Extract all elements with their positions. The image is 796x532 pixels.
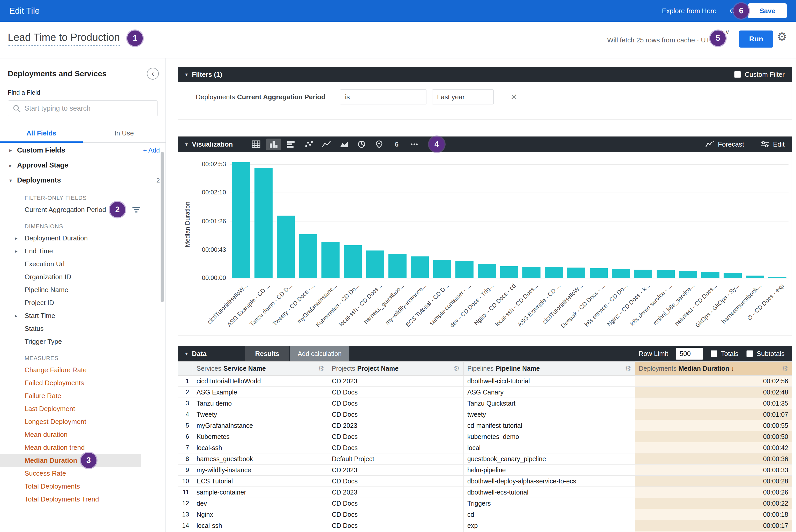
project-name-cell[interactable]: CD 2023 (328, 420, 464, 431)
sidebar-field-organization-id[interactable]: Organization ID (0, 270, 166, 283)
filters-header[interactable]: Filters (1) (192, 71, 222, 79)
sidebar-field-project-id[interactable]: Project ID (0, 296, 166, 309)
chart-bar[interactable] (701, 272, 719, 278)
median-duration-cell[interactable]: 00:00:18 (635, 509, 792, 520)
chevron-right-icon[interactable]: ▸ (9, 162, 17, 169)
field-search-box[interactable] (8, 100, 158, 116)
sidebar-group-deployments[interactable]: ▾Deployments2 (0, 173, 166, 188)
collapse-sidebar-icon[interactable]: ‹ (147, 68, 159, 80)
median-duration-cell[interactable]: 00:00:55 (635, 420, 792, 431)
sidebar-group-approval-stage[interactable]: ▸Approval Stage (0, 158, 166, 173)
tab-results[interactable]: Results (245, 346, 289, 361)
pipeline-name-cell[interactable]: kubernetes_demo (464, 431, 635, 442)
project-name-cell[interactable]: CD Docs (328, 387, 464, 398)
median-duration-cell[interactable]: 00:00:36 (635, 453, 792, 464)
pie-chart-icon[interactable] (354, 138, 369, 150)
save-button[interactable]: Save (748, 3, 787, 18)
single-value-icon[interactable]: 6 (389, 138, 404, 150)
pipeline-name-cell[interactable]: Triggers (464, 498, 635, 509)
chart-bar[interactable] (746, 276, 764, 278)
pipeline-name-cell[interactable]: cd-manifest-tutorial (464, 420, 635, 431)
chevron-down-icon[interactable]: ▾ (185, 71, 188, 78)
service-name-cell[interactable]: Nginx (193, 509, 328, 520)
project-name-cell[interactable]: CD 2023 (328, 464, 464, 476)
median-duration-cell[interactable]: 00:00:50 (635, 431, 792, 442)
sidebar-field-mean-duration-trend[interactable]: Mean duration trend (0, 441, 166, 454)
sidebar-field-last-deployment[interactable]: Last Deployment (0, 402, 166, 415)
chevron-right-icon[interactable]: ▸ (15, 313, 18, 319)
sidebar-field-trigger-type[interactable]: Trigger Type (0, 335, 166, 348)
pipeline-name-cell[interactable]: ASG Rolling (464, 531, 635, 532)
filter-value-input[interactable]: Last year (432, 90, 494, 104)
map-pin-icon[interactable] (372, 138, 387, 150)
chart-bar[interactable] (344, 245, 362, 278)
chart-bar[interactable] (500, 266, 518, 278)
chart-bar[interactable] (478, 264, 496, 278)
gear-icon[interactable]: ⚙ (777, 30, 787, 43)
median-duration-cell[interactable]: 00:00:28 (635, 476, 792, 487)
pipeline-name-cell[interactable]: exp (464, 520, 635, 531)
chart-bar[interactable] (634, 270, 652, 278)
chart-bar[interactable] (456, 261, 474, 278)
chart-bar[interactable] (277, 215, 295, 278)
project-name-cell[interactable]: CD Docs (328, 398, 464, 409)
totals-toggle[interactable]: Totals (711, 350, 739, 358)
service-name-cell[interactable]: ECS Tutorial (193, 476, 328, 487)
chart-bar[interactable] (388, 254, 407, 278)
pipeline-name-cell[interactable]: guestbook_canary_pipeline (464, 453, 635, 464)
chevron-down-icon[interactable]: ▾ (185, 141, 188, 147)
project-name-cell[interactable]: CD Docs (328, 520, 464, 531)
custom-filter-toggle[interactable]: Custom Filter (734, 71, 784, 79)
project-name-cell[interactable]: CD Docs (328, 442, 464, 453)
column-gear-icon[interactable]: ⚙ (453, 364, 460, 373)
chart-bar[interactable] (411, 256, 429, 278)
project-name-cell[interactable]: CD 2023 (328, 487, 464, 498)
chart-bar[interactable] (321, 242, 339, 278)
service-name-cell[interactable]: myGrafanaInstance (193, 420, 328, 431)
chevron-down-icon[interactable]: ▾ (185, 350, 188, 357)
column-gear-icon[interactable]: ⚙ (625, 364, 631, 373)
service-name-cell[interactable]: Tweety (193, 409, 328, 420)
service-name-cell[interactable]: local-ssh (193, 520, 328, 531)
column-header-pipeline-name[interactable]: PipelinesPipeline Name⚙ (464, 362, 635, 376)
chart-bar[interactable] (612, 269, 630, 278)
sidebar-field-change-failure-rate[interactable]: Change Failure Rate (0, 363, 166, 376)
column-header-project-name[interactable]: ProjectsProject Name⚙ (328, 362, 464, 376)
service-name-cell[interactable]: my-wildfly-instance (193, 464, 328, 476)
sidebar-field-pipeline-name[interactable]: Pipeline Name (0, 283, 166, 296)
line-chart-icon[interactable] (319, 138, 334, 150)
add-calculation-button[interactable]: Add calculation (290, 346, 349, 361)
service-name-cell[interactable]: dev (193, 498, 328, 509)
tab-in-use[interactable]: In Use (83, 124, 166, 142)
chart-bar[interactable] (724, 273, 742, 278)
service-name-cell[interactable]: harness_guestbook (193, 453, 328, 464)
sidebar-field-execution-url[interactable]: Execution Url (0, 258, 166, 270)
project-name-cell[interactable]: CD Docs (328, 498, 464, 509)
filter-operator-select[interactable]: is (340, 90, 426, 104)
sidebar-field-current-aggregation-period[interactable]: Current Aggregation Period2 (0, 203, 166, 216)
pipeline-name-cell[interactable]: ASG Canary (464, 387, 635, 398)
chart-bar[interactable] (679, 271, 697, 278)
scatter-icon[interactable] (301, 138, 316, 150)
project-name-cell[interactable]: CD Docs (328, 431, 464, 442)
project-name-cell[interactable]: CD Docs (328, 531, 464, 532)
column-chart-icon[interactable] (266, 138, 281, 150)
chart-bar[interactable] (567, 268, 585, 278)
median-duration-cell[interactable]: 00:00:33 (635, 464, 792, 476)
sidebar-group-custom-fields[interactable]: ▸Custom Fields+ Add (0, 143, 166, 158)
median-duration-cell[interactable]: 00:00:17 (635, 531, 792, 532)
sidebar-field-success-rate[interactable]: Success Rate (0, 467, 166, 480)
chevron-right-icon[interactable]: ▸ (15, 235, 18, 241)
median-duration-cell[interactable]: 00:00:22 (635, 498, 792, 509)
chart-bar[interactable] (299, 234, 317, 278)
chart-bar[interactable] (366, 250, 384, 278)
add-custom-field-link[interactable]: + Add (143, 147, 160, 154)
median-duration-cell[interactable]: 00:00:17 (635, 520, 792, 531)
run-button[interactable]: Run (739, 31, 773, 48)
remove-filter-icon[interactable]: × (511, 92, 517, 102)
sidebar-field-failed-deployments[interactable]: Failed Deployments (0, 376, 166, 389)
area-chart-icon[interactable] (336, 138, 351, 150)
chart-bar[interactable] (232, 162, 250, 278)
custom-filter-checkbox[interactable] (734, 71, 741, 78)
tile-title-input[interactable]: Lead Time to Production (8, 32, 120, 46)
